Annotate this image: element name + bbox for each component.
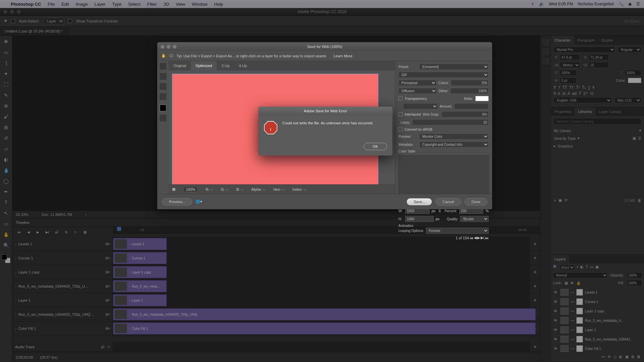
auto-select-checkbox[interactable] xyxy=(11,19,15,23)
type-tool[interactable]: T xyxy=(2,199,10,206)
antialias-dropdown[interactable]: Mac LCD xyxy=(614,97,641,103)
text-color-swatch[interactable] xyxy=(628,78,641,83)
websnap-input[interactable] xyxy=(441,111,489,117)
sfw-slice-visibility[interactable] xyxy=(160,115,166,121)
colors-input[interactable] xyxy=(451,80,489,86)
trash-icon[interactable]: 🗑 xyxy=(638,198,641,202)
track-menu-icon[interactable]: ▦▾ xyxy=(105,256,110,260)
layer-fx-icon[interactable]: fx xyxy=(608,355,611,359)
timeline-clip[interactable]: › Levels 1 xyxy=(113,238,167,250)
tab-character[interactable]: Character xyxy=(551,36,574,45)
chevron-right-icon[interactable]: › xyxy=(85,213,87,217)
timeline-clip[interactable]: › Curves 1 xyxy=(113,252,167,264)
healing-tool[interactable]: ⊕ xyxy=(2,102,10,110)
timeline-first-frame[interactable]: ⏮ xyxy=(16,229,22,235)
move-tool[interactable]: ✥ xyxy=(2,38,10,45)
opentype-ad[interactable]: ad xyxy=(572,91,577,96)
preset-dropdown[interactable]: [Unnamed] xyxy=(419,64,489,70)
lock-position-icon[interactable]: ✥ xyxy=(571,281,574,285)
subscript-button[interactable]: T₁ xyxy=(582,85,586,90)
font-family-dropdown[interactable]: Myriad Pro xyxy=(554,47,615,53)
smallcaps-button[interactable]: Tᴛ xyxy=(569,85,574,90)
strikethrough-button[interactable]: T xyxy=(592,85,595,90)
learn-more-link[interactable]: Learn More xyxy=(334,54,353,58)
minimize-dot[interactable] xyxy=(10,10,14,14)
track-body[interactable]: › Run_5_wo_metadata_h264420_720p_UHQ xyxy=(113,307,530,321)
filter-pixel-icon[interactable]: ▪ xyxy=(577,265,578,270)
blend-mode-dropdown[interactable]: Normal xyxy=(553,272,608,278)
height-input[interactable] xyxy=(405,216,434,222)
opentype-swash[interactable]: σ xyxy=(558,91,560,96)
history-brush-tool[interactable]: ↺ xyxy=(2,134,10,142)
collapsed-panel-3[interactable] xyxy=(542,57,549,65)
menu-view[interactable]: View xyxy=(176,2,185,7)
path-tool[interactable]: ↖ xyxy=(2,209,10,217)
srgb-checkbox[interactable] xyxy=(398,127,402,131)
collapsed-panel-1[interactable] xyxy=(542,39,549,46)
preview-dropdown[interactable]: Monitor Color xyxy=(419,133,489,139)
menu-file[interactable]: File xyxy=(48,2,55,7)
transparency-dither-dropdown[interactable] xyxy=(403,103,438,109)
eraser-tool[interactable]: ▱ xyxy=(2,145,10,153)
timeline-clip[interactable]: › Run_5_wo_metadata_h264420_720p_UHQ xyxy=(113,308,536,320)
layer-row[interactable]: 👁 ⊶ Layer 1 xyxy=(553,325,642,335)
link-layers-icon[interactable]: ⊶ xyxy=(601,355,605,359)
tab-paragraph[interactable]: Paragraph xyxy=(574,36,598,45)
track-menu-icon[interactable]: ▦▾ xyxy=(105,242,110,246)
zoom-dot[interactable] xyxy=(17,10,21,14)
error-ok-button[interactable]: OK xyxy=(364,143,387,150)
sfw-slice-toggle-icon[interactable]: ▦ xyxy=(172,187,175,191)
menu-3d[interactable]: 3D xyxy=(164,2,169,7)
filter-shape-icon[interactable]: ▭ xyxy=(590,265,593,270)
sfw-eyedropper-tool[interactable] xyxy=(160,93,166,100)
menu-select[interactable]: Select xyxy=(128,2,140,7)
font-style-dropdown[interactable]: Regular xyxy=(618,47,641,53)
audio-menu-icon[interactable]: ♪▾ xyxy=(107,345,110,349)
list-view-icon[interactable]: ☰ xyxy=(638,136,641,140)
disclosure-icon[interactable]: › xyxy=(15,312,16,316)
underline-button[interactable]: T xyxy=(588,85,590,90)
hand-tool[interactable]: ✋ xyxy=(2,231,10,238)
track-head[interactable]: › Levels 1 ▦▾ xyxy=(12,237,113,251)
lasso-tool[interactable]: ⟆ xyxy=(2,59,10,67)
document-tab[interactable]: Untitled-2.psd @ 33.3% (RGB/16) * xyxy=(0,26,68,36)
opentype-1st[interactable]: 1ˢᵗ xyxy=(583,91,588,96)
menu-filter[interactable]: Filter xyxy=(147,2,157,7)
add-content-icon[interactable]: + xyxy=(554,198,556,202)
format-dropdown[interactable]: GIF xyxy=(398,72,489,78)
menu-type[interactable]: Type xyxy=(112,2,121,7)
preview-button[interactable]: Preview... xyxy=(162,198,192,205)
menu-edit[interactable]: Edit xyxy=(61,2,69,7)
track-head[interactable]: › Curves 1 ▦▾ xyxy=(12,251,113,265)
menu-help[interactable]: Help xyxy=(214,2,223,7)
anim-next-icon[interactable]: ▶| xyxy=(481,236,484,240)
track-menu-icon[interactable]: ▦▾ xyxy=(105,298,110,302)
visibility-icon[interactable]: 👁 xyxy=(554,328,558,332)
wand-tool[interactable]: ✦ xyxy=(2,70,10,77)
foreground-background-swatches[interactable] xyxy=(2,254,10,263)
quality-dropdown[interactable]: Bicubic xyxy=(460,216,489,222)
pen-tool[interactable]: ✒ xyxy=(2,188,10,195)
fill-input[interactable] xyxy=(627,280,642,286)
clock[interactable]: Wed 6:05 PM xyxy=(549,2,573,6)
app-name[interactable]: Photoshop CC xyxy=(11,2,41,7)
siri-icon[interactable]: ◉ xyxy=(628,2,632,6)
track-body[interactable]: › Layer 1 copy xyxy=(113,265,530,279)
clip-disclosure-icon[interactable]: › xyxy=(129,313,130,316)
clip-disclosure-icon[interactable]: › xyxy=(129,285,130,288)
sfw-tab-original[interactable]: Original xyxy=(169,61,191,70)
bold-button[interactable]: T xyxy=(554,85,556,90)
show-transform-checkbox[interactable] xyxy=(68,19,72,23)
sfw-zoom-tool[interactable] xyxy=(160,83,166,90)
view-by-selector[interactable]: View by Type▾▦☰ xyxy=(554,134,641,142)
timeline-clip[interactable]: › Color Fill 1 xyxy=(113,322,536,335)
lock-pixels-icon[interactable]: 🔒 xyxy=(576,281,581,285)
auto-select-dropdown[interactable]: Layer xyxy=(43,18,64,24)
timeline-timecode[interactable]: 0;00;00;00 xyxy=(16,355,33,359)
anim-first-icon[interactable]: ⏮ xyxy=(470,236,473,240)
menu-window[interactable]: Window xyxy=(192,2,207,7)
audio-mute-icon[interactable]: 🔊 xyxy=(101,345,105,349)
opentype-fi[interactable]: fi xyxy=(554,91,556,96)
gradient-tool[interactable]: ◐ xyxy=(2,156,10,163)
timeline-play[interactable]: ▶ xyxy=(35,229,41,235)
